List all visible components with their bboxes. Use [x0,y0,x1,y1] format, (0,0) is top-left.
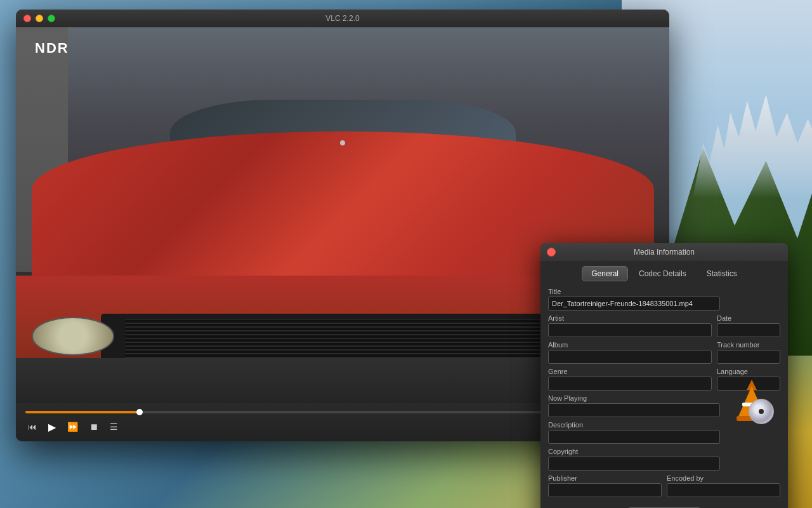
dialog-content-wrapper: Title Artist Date Album [540,284,788,504]
date-field-group: Date [717,314,780,337]
dialog-title: Media Information [634,248,695,257]
dialog-titlebar: Media Information [540,243,788,261]
media-info-dialog: Media Information General Codec Details … [540,243,788,508]
disc-icon [749,399,774,424]
publisher-input[interactable] [548,483,662,497]
playlist-button[interactable]: ☰ [107,420,121,433]
disc-hole [759,409,764,414]
tab-statistics[interactable]: Statistics [697,266,747,281]
maximize-button[interactable] [48,15,55,22]
minimize-button[interactable] [36,15,43,22]
title-input[interactable] [548,297,720,311]
vlc-icon-area [723,373,780,431]
progress-fill [25,411,140,413]
track-number-input[interactable] [717,350,780,364]
date-label: Date [717,314,780,322]
headlight-left [32,317,115,355]
vlc-window-title: VLC 2.2.0 [325,14,359,23]
artist-field-group: Artist [548,314,712,337]
window-controls [23,15,55,22]
play-button[interactable]: ▶ [46,420,58,434]
vlc-cone-icon [730,380,774,424]
title-field-group: Title [548,288,780,311]
artist-input[interactable] [548,323,712,337]
copyright-input[interactable] [548,457,720,471]
stop-button[interactable]: ⏹ [87,420,101,433]
date-input[interactable] [717,323,780,337]
artist-label: Artist [548,314,712,322]
publisher-label: Publisher [548,474,662,482]
tab-codec-details[interactable]: Codec Details [629,266,696,281]
track-number-label: Track number [717,341,780,349]
genre-input[interactable] [548,377,712,391]
description-input[interactable] [548,430,720,444]
artist-date-row: Artist Date [548,314,780,341]
close-button[interactable] [23,15,31,22]
dialog-tabs: General Codec Details Statistics [540,261,788,284]
copyright-field-group: Copyright [548,448,780,471]
dialog-close-button[interactable] [547,248,556,257]
album-input[interactable] [548,350,712,364]
now-playing-input[interactable] [548,403,720,417]
encoded-by-field-group: Encoded by [667,474,780,497]
publisher-encoded-row: Publisher Encoded by [548,474,780,501]
copyright-label: Copyright [548,448,780,455]
album-field-group: Album [548,341,712,364]
vlc-titlebar: VLC 2.2.0 [16,10,669,27]
encoded-by-input[interactable] [667,483,780,497]
rewind-button[interactable]: ⏮ [25,420,39,433]
next-button[interactable]: ⏩ [65,420,81,433]
album-track-row: Album Track number [548,341,780,368]
genre-field-group: Genre [548,368,712,391]
publisher-field-group: Publisher [548,474,662,497]
genre-label: Genre [548,368,712,375]
ndr-logo: NDR [35,40,69,57]
tab-general[interactable]: General [582,266,628,281]
title-label: Title [548,288,780,295]
track-number-field-group: Track number [717,341,780,364]
hood-ornament [340,140,345,145]
progress-dot [136,409,143,415]
album-label: Album [548,341,712,349]
encoded-by-label: Encoded by [667,474,780,482]
